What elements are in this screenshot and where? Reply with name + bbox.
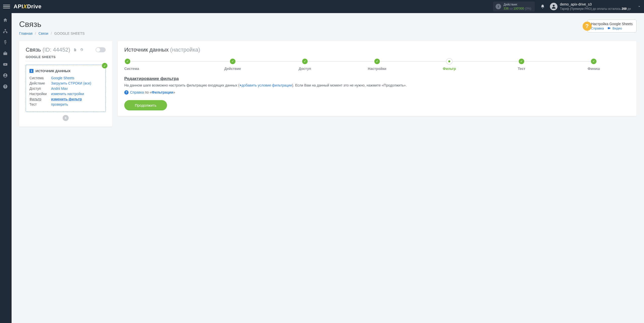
help-title: Настройка Google Sheets [591, 22, 633, 26]
help-filter-link[interactable]: Фильтрации [152, 90, 173, 94]
breadcrumb-links[interactable]: Связи [38, 31, 48, 35]
source-row: СистемаGoogle Sheets [29, 76, 102, 80]
actions-counter[interactable]: Действия: 336 из 100'000 (0%) [493, 2, 535, 12]
help-video-link[interactable]: Видео [613, 26, 622, 30]
source-row: ДействиеЗагрузить СТРОКИ (все) [29, 81, 102, 85]
card-subtitle: GOOGLE SHEETS [26, 55, 106, 61]
home-icon[interactable] [3, 18, 9, 23]
source-title: 1 ИСТОЧНИК ДАННЫХ [29, 69, 102, 73]
row-key: Действие [29, 81, 51, 85]
continue-button[interactable]: Продолжить [124, 100, 167, 110]
file-icon[interactable] [73, 48, 77, 52]
source-row: Фильтризменить фильтр [29, 97, 102, 101]
help-box: ? Настройка Google Sheets Справка Видео [587, 20, 636, 32]
page-title: Связь [19, 20, 85, 29]
gear-icon[interactable] [80, 48, 83, 52]
row-link[interactable]: Загрузить СТРОКИ (все) [51, 81, 91, 85]
logo[interactable]: APIXDrive [14, 3, 42, 10]
row-link[interactable]: Google Sheets [51, 76, 74, 80]
source-row: Тестпроверить [29, 102, 102, 106]
svg-point-12 [5, 87, 6, 88]
user-menu[interactable]: demo_apix-drive_s3 Тариф |Премиум PRO| д… [550, 2, 641, 11]
svg-rect-6 [6, 32, 7, 33]
add-filter-link[interactable]: +добавить условие фильтрации [239, 83, 292, 87]
top-header: APIXDrive Действия: 336 из 100'000 (0%) … [0, 0, 644, 13]
step-2[interactable]: ✓Доступ [269, 58, 341, 71]
step-1[interactable]: ✓Действие [196, 58, 269, 71]
row-key: Настройки [29, 92, 51, 96]
actions-label: Действия: [504, 3, 531, 7]
step-0[interactable]: ✓Система [124, 58, 196, 71]
svg-rect-2 [498, 6, 499, 8]
sitemap-icon[interactable] [3, 29, 9, 34]
source-box: ✓ 1 ИСТОЧНИК ДАННЫХ СистемаGoogle Sheets… [26, 65, 106, 112]
svg-rect-4 [5, 29, 6, 30]
tariff-info: Тариф |Премиум PRO| до оплаты осталось 2… [560, 7, 631, 11]
question-icon[interactable]: ? [583, 22, 592, 31]
step-3[interactable]: ✓Настройки [341, 58, 413, 71]
card-title: Связь (ID: 44452) [26, 47, 83, 53]
user-icon[interactable] [3, 73, 9, 78]
row-link[interactable]: изменить фильтр [51, 97, 82, 101]
help-ref[interactable]: Справка [130, 90, 144, 94]
connection-card: Связь (ID: 44452) GOOGLE SHEETS ✓ 1 ИСТО… [19, 41, 112, 127]
main-content: Связь Главная / Связи / GOOGLE SHEETS ? … [12, 13, 644, 133]
avatar-icon [550, 3, 557, 10]
help-icon[interactable] [3, 84, 9, 89]
svg-rect-13 [608, 27, 610, 29]
breadcrumb-home[interactable]: Главная [19, 31, 32, 35]
svg-rect-5 [3, 32, 5, 33]
step-6[interactable]: ✓Финиш [558, 58, 630, 71]
config-title: Источник данных (настройка) [124, 47, 630, 53]
svg-point-1 [498, 6, 499, 6]
question-small-icon: ? [124, 90, 129, 95]
row-link[interactable]: Andrii Mav [51, 87, 68, 91]
sidebar-rail [0, 13, 12, 133]
help-ref-link[interactable]: Справка [591, 26, 604, 30]
svg-point-10 [5, 74, 6, 75]
dollar-icon[interactable] [3, 40, 9, 45]
info-icon [496, 4, 501, 9]
section-title: Редактирование фильтра [124, 76, 630, 81]
breadcrumb-current: GOOGLE SHEETS [54, 31, 85, 35]
youtube-icon[interactable] [3, 62, 9, 67]
svg-point-3 [553, 5, 554, 7]
help-line: ? Справка по «Фильтрации» [124, 90, 630, 95]
source-row: Настройкиизменить настройки [29, 92, 102, 96]
row-key: Тест [29, 102, 51, 106]
enable-toggle[interactable] [96, 47, 106, 52]
row-link[interactable]: изменить настройки [51, 92, 84, 96]
briefcase-icon[interactable] [3, 51, 9, 56]
step-5[interactable]: ✓Тест [486, 58, 558, 71]
chevron-down-icon[interactable] [637, 5, 641, 8]
description: На данном шаге возможно настроить фильтр… [124, 83, 630, 88]
video-icon [607, 26, 612, 30]
check-icon: ✓ [102, 63, 107, 68]
row-key: Фильтр [29, 97, 51, 101]
bell-icon[interactable] [540, 4, 545, 9]
menu-icon[interactable] [3, 3, 10, 10]
add-button[interactable]: + [63, 115, 69, 121]
breadcrumb: Главная / Связи / GOOGLE SHEETS [19, 31, 85, 35]
step-progress: ✓Система✓Действие✓Доступ✓НастройкиФильтр… [124, 58, 630, 71]
row-key: Система [29, 76, 51, 80]
svg-rect-7 [4, 53, 7, 55]
step-4[interactable]: Фильтр [413, 58, 486, 71]
config-card: Источник данных (настройка) ✓Система✓Дей… [118, 41, 636, 116]
row-link[interactable]: проверить [51, 102, 68, 106]
row-key: Доступ [29, 87, 51, 91]
username: demo_apix-drive_s3 [560, 2, 631, 7]
source-row: ДоступAndrii Mav [29, 87, 102, 91]
